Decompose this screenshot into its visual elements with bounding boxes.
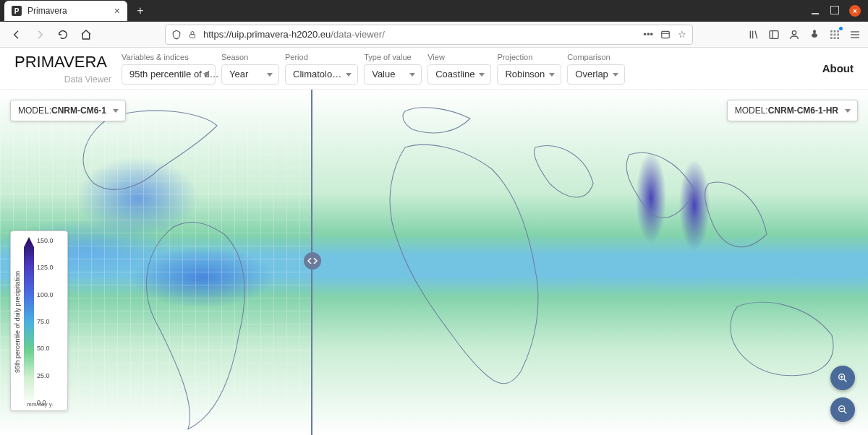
tab-favicon: P	[12, 6, 22, 16]
app-logo: PRIMAVERA Data Viewer	[14, 53, 116, 85]
type-label: Type of value	[364, 53, 411, 61]
season-select[interactable]: Year	[221, 64, 279, 85]
url-text: https://uip.primavera-h2020.eu/data-view…	[203, 29, 637, 40]
legend-title: 95th percentile of daily precipitation	[14, 237, 21, 406]
legend-unit: mm/day y-	[27, 401, 54, 408]
svg-line-22	[844, 379, 846, 382]
svg-rect-6	[770, 30, 778, 38]
menu-icon[interactable]	[849, 29, 861, 40]
svg-rect-16	[834, 37, 836, 39]
model-left-select[interactable]: MODEL: CNRM-CM6-1	[10, 100, 126, 121]
zoom-out-button[interactable]	[830, 397, 855, 422]
comparison-select[interactable]: Overlap	[567, 64, 625, 85]
svg-rect-14	[837, 33, 839, 35]
back-button[interactable]	[7, 25, 26, 44]
svg-rect-0	[190, 34, 195, 38]
coastline	[0, 90, 868, 435]
zoom-in-button[interactable]	[830, 366, 855, 390]
tab-title: Primavera	[27, 6, 67, 16]
model-left-prefix: MODEL:	[18, 105, 51, 116]
legend-tick: 25.0	[37, 372, 54, 379]
period-select[interactable]: Climatolo…	[285, 64, 358, 85]
forward-button[interactable]	[30, 25, 49, 44]
projection-select[interactable]: Robinson	[497, 64, 561, 85]
extension-gnome-icon[interactable]	[809, 29, 820, 40]
window-minimize-icon[interactable]	[812, 6, 822, 16]
logo-main: PRIMAVER	[14, 53, 96, 72]
period-label: Period	[285, 53, 308, 61]
legend-tick: 125.0	[37, 264, 54, 271]
model-right-prefix: MODEL:	[735, 105, 768, 116]
model-left-value: CNRM-CM6-1	[51, 105, 106, 116]
page-actions-icon[interactable]: •••	[643, 29, 653, 40]
svg-point-8	[792, 30, 796, 34]
model-right-select[interactable]: MODEL: CNRM-CM6-1-HR	[727, 100, 858, 121]
compare-slider-handle[interactable]	[304, 252, 321, 270]
reload-button[interactable]	[54, 25, 72, 44]
shield-icon[interactable]	[171, 30, 182, 40]
svg-rect-1	[662, 31, 670, 38]
comparison-label: Comparison	[567, 53, 610, 61]
about-link[interactable]: About	[822, 62, 854, 74]
home-button[interactable]	[77, 25, 95, 44]
view-label: View	[427, 53, 445, 61]
browser-toolbar: https://uip.primavera-h2020.eu/data-view…	[0, 22, 868, 48]
sidebar-icon[interactable]	[768, 29, 780, 40]
svg-line-26	[844, 411, 846, 413]
svg-rect-13	[834, 33, 836, 35]
window-titlebar: P Primavera × + ×	[0, 0, 868, 22]
new-tab-button[interactable]: +	[132, 2, 149, 20]
svg-rect-15	[830, 37, 833, 39]
lock-icon[interactable]	[187, 30, 197, 40]
account-icon[interactable]	[788, 29, 800, 40]
legend-tick: 150.0	[37, 237, 54, 244]
legend-colorbar	[24, 237, 34, 406]
season-label: Season	[221, 53, 248, 61]
logo-accent: A	[96, 53, 107, 72]
svg-line-5	[755, 30, 757, 38]
window-maximize-icon[interactable]	[830, 6, 841, 16]
legend: 95th percentile of daily precipitation 1…	[10, 231, 68, 411]
type-select[interactable]: Value	[364, 64, 422, 85]
legend-tick: 50.0	[37, 345, 54, 352]
library-icon[interactable]	[748, 29, 760, 40]
svg-rect-10	[834, 30, 836, 33]
svg-rect-11	[837, 30, 839, 33]
reader-icon[interactable]	[660, 30, 671, 40]
legend-ticks: 150.0 125.0 100.0 75.0 50.0 25.0 0.0	[37, 237, 54, 406]
variables-select[interactable]: 95th percentile of d…	[122, 64, 216, 85]
view-select[interactable]: Coastline	[427, 64, 491, 85]
variables-label: Variables & indices	[122, 53, 189, 61]
window-close-icon[interactable]: ×	[849, 5, 861, 17]
svg-rect-9	[830, 30, 833, 33]
model-right-value: CNRM-CM6-1-HR	[768, 105, 838, 116]
bookmark-icon[interactable]: ☆	[678, 29, 686, 40]
map-area[interactable]: MODEL: CNRM-CM6-1 MODEL: CNRM-CM6-1-HR 9…	[0, 90, 868, 435]
legend-tick: 75.0	[37, 318, 54, 325]
browser-tab[interactable]: P Primavera ×	[4, 1, 127, 21]
logo-subtitle: Data Viewer	[14, 74, 116, 85]
extension-grid-icon[interactable]	[829, 29, 841, 40]
projection-label: Projection	[497, 53, 532, 61]
url-bar[interactable]: https://uip.primavera-h2020.eu/data-view…	[165, 25, 693, 45]
map-canvas	[0, 90, 868, 435]
svg-rect-17	[837, 37, 839, 39]
app-header: PRIMAVERA Data Viewer Variables & indice…	[0, 48, 868, 90]
svg-rect-12	[830, 33, 833, 35]
close-tab-icon[interactable]: ×	[114, 5, 120, 17]
legend-tick: 100.0	[37, 291, 54, 298]
